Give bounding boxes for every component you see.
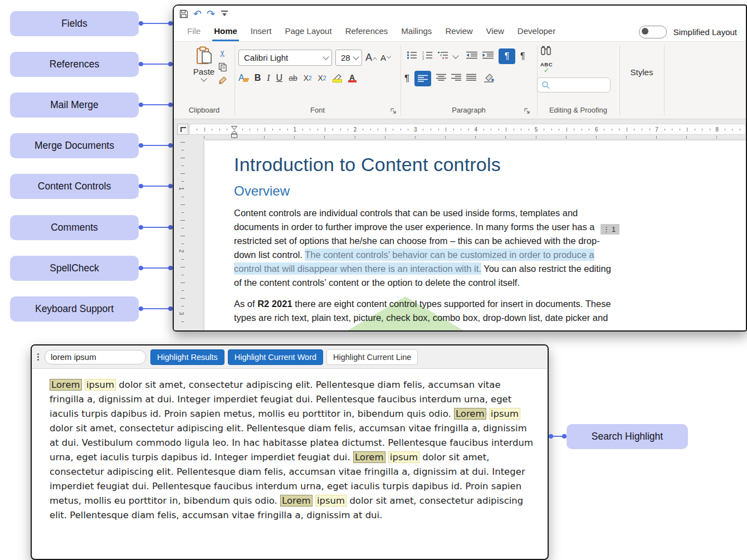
highlight-current-word-button[interactable]: Highlight Current Word: [228, 349, 323, 365]
connector-line: [139, 64, 173, 65]
align-center-button[interactable]: [436, 74, 446, 84]
search-input[interactable]: [45, 350, 146, 364]
drag-handle-icon[interactable]: [36, 353, 40, 361]
lorem-text[interactable]: Lorem ipsum dolor sit amet, consectetur …: [50, 378, 535, 523]
redo-icon[interactable]: ↷: [207, 9, 215, 19]
align-left-button[interactable]: [414, 71, 431, 86]
paste-button[interactable]: Paste: [189, 46, 218, 81]
justify-button[interactable]: [466, 74, 476, 84]
connector-line: [139, 308, 173, 309]
tab-review[interactable]: Review: [438, 22, 479, 41]
highlight-results-button[interactable]: Highlight Results: [150, 349, 224, 365]
current-segment: Lorem: [280, 495, 313, 507]
font-size-select[interactable]: 28: [335, 50, 362, 66]
document-content[interactable]: Introduction to Content controls Overvie…: [234, 140, 619, 325]
copy-icon[interactable]: [218, 62, 227, 72]
find-icon[interactable]: [540, 45, 551, 58]
right-to-left-paragraph-button[interactable]: ¶: [520, 51, 525, 61]
ruler-number: 2: [178, 250, 184, 253]
simplified-layout-toggle[interactable]: [639, 26, 667, 38]
bullet-list-icon[interactable]: [407, 51, 417, 62]
bold-button[interactable]: B: [255, 73, 261, 83]
font-color-button[interactable]: A: [348, 74, 357, 82]
vertical-ruler[interactable]: 123: [178, 140, 188, 328]
ribbon-tabs: FileHomeInsertPage LayoutReferencesMaili…: [180, 22, 562, 41]
undo-icon[interactable]: ↶: [193, 9, 202, 19]
ruler-number: 3: [178, 312, 184, 315]
list-options-chevron-icon[interactable]: [452, 52, 458, 59]
shrink-font-button[interactable]: A: [380, 53, 391, 62]
paste-dropdown-icon[interactable]: [201, 75, 207, 81]
comment-count: 1: [612, 225, 616, 233]
clipboard-icon: [196, 46, 212, 65]
tab-mailings[interactable]: Mailings: [394, 22, 438, 41]
tab-stop-selector[interactable]: [177, 124, 188, 135]
tab-home[interactable]: Home: [207, 22, 244, 41]
paragraph-group-label: Paragraph: [401, 106, 537, 114]
paragraph-shading-icon[interactable]: [484, 73, 495, 85]
decrease-indent-icon[interactable]: [466, 51, 477, 61]
font-size-value: 28: [341, 53, 350, 62]
tab-file[interactable]: File: [180, 22, 207, 41]
bold-segment: R2 2021: [257, 299, 292, 309]
styles-group-label[interactable]: Styles: [619, 67, 664, 77]
hanging-indent-marker[interactable]: [231, 130, 237, 140]
grow-font-button[interactable]: A: [365, 52, 377, 64]
tab-developer[interactable]: Developer: [511, 22, 562, 41]
subscript-button[interactable]: X2: [304, 74, 312, 82]
current-segment: Lorem: [353, 451, 385, 463]
chevron-down-icon: [353, 53, 359, 60]
search-toolbar: Highlight ResultsHighlight Current WordH…: [32, 345, 548, 369]
highlight-buttons: Highlight ResultsHighlight Current WordH…: [150, 349, 418, 365]
increase-indent-icon[interactable]: [482, 51, 494, 61]
ribbon-search-input[interactable]: [537, 77, 611, 92]
paragraph-dialog-launcher-icon[interactable]: [524, 106, 530, 113]
text-segment: As of: [234, 299, 257, 309]
underline-button[interactable]: U: [276, 73, 283, 83]
toolbar-options-icon[interactable]: [221, 11, 228, 17]
horizontal-ruler[interactable]: 12345678: [189, 124, 746, 135]
align-right-button[interactable]: [451, 74, 461, 84]
result-segment: ipsum: [388, 451, 419, 463]
cut-icon[interactable]: ✂: [218, 50, 228, 57]
spellcheck-icon[interactable]: ABC ✓: [540, 62, 553, 74]
label-pill-mail-merge: Mail Merge: [10, 92, 139, 118]
font-dialog-launcher-icon[interactable]: [390, 106, 397, 113]
connector-line: [139, 104, 173, 105]
label-pill-fields: Fields: [10, 11, 139, 36]
highlight-color-button[interactable]: [333, 74, 342, 82]
label-pill-merge-documents: Merge Documents: [10, 133, 139, 158]
left-to-right-paragraph-button[interactable]: ¶: [499, 48, 515, 64]
ribbon-tab-bar: FileHomeInsertPage LayoutReferencesMaili…: [174, 22, 746, 41]
font-group-label: Font: [235, 106, 401, 114]
simplified-layout-label: Simplified Layout: [673, 27, 737, 37]
highlight-current-line-button[interactable]: Highlight Current Line: [326, 349, 418, 365]
overview-heading: Overview: [234, 183, 619, 199]
comment-dots-icon: ⋮: [603, 225, 610, 233]
clipboard-group-label: Clipboard: [174, 106, 235, 114]
ruler-number: 1: [178, 187, 184, 191]
connector-line: [139, 267, 173, 269]
superscript-button[interactable]: X2: [318, 74, 326, 82]
label-pill-references: References: [10, 52, 139, 77]
clear-formatting-button[interactable]: A: [238, 73, 248, 83]
save-icon[interactable]: [179, 9, 188, 18]
format-painter-icon[interactable]: [218, 76, 227, 85]
numbered-list-icon[interactable]: 123: [422, 51, 433, 62]
show-formatting-marks-button[interactable]: ¶: [404, 73, 409, 84]
strikethrough-button[interactable]: ab: [289, 74, 297, 82]
font-name-select[interactable]: Calibri Light: [238, 50, 332, 66]
result-segment: ipsum: [489, 408, 520, 420]
paragraph-1: Content controls are individual controls…: [234, 206, 619, 290]
multilevel-list-icon[interactable]: [438, 51, 448, 62]
comment-badge[interactable]: ⋮ 1: [600, 224, 619, 235]
tab-references[interactable]: References: [339, 22, 395, 41]
tab-view[interactable]: View: [480, 22, 511, 41]
document-page[interactable]: Introduction to Content controls Overvie…: [204, 140, 746, 330]
text-segment: dolor sit amet, consectetur adipiscing e…: [50, 379, 511, 419]
screenshot-canvas: FieldsReferencesMail MergeMerge Document…: [0, 0, 747, 560]
italic-button[interactable]: I: [267, 73, 270, 83]
tab-insert[interactable]: Insert: [244, 22, 279, 41]
tab-page-layout[interactable]: Page Layout: [278, 22, 338, 41]
chevron-down-icon: [323, 53, 329, 60]
